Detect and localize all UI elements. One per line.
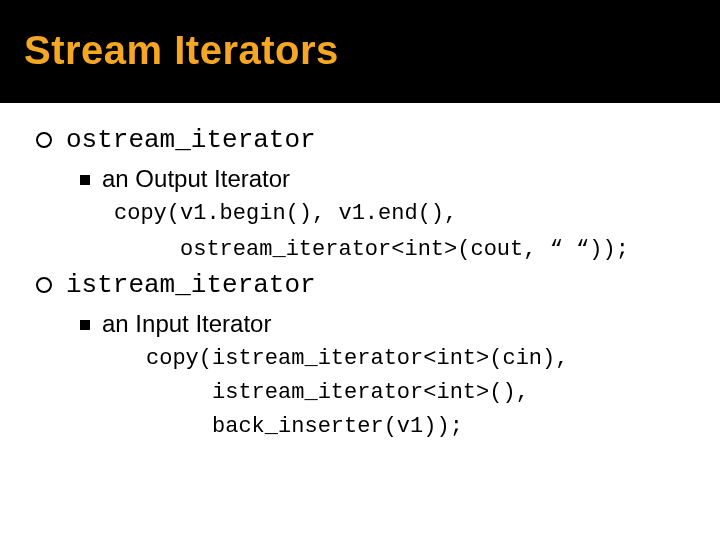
item-heading: istream_iterator	[66, 270, 316, 300]
code-line: ostream_iterator<int>(cout, “ “));	[114, 235, 700, 265]
title-band: Stream Iterators	[0, 0, 720, 103]
slide: Stream Iterators ostream_iterator an Out…	[0, 0, 720, 540]
item-heading: ostream_iterator	[66, 125, 316, 155]
circle-bullet-icon	[36, 277, 52, 293]
code-line: istream_iterator<int>(),	[146, 378, 700, 408]
square-bullet-icon	[80, 320, 90, 330]
code-line: copy(v1.begin(), v1.end(),	[114, 199, 700, 229]
slide-title: Stream Iterators	[24, 28, 696, 73]
list-item: istream_iterator	[36, 270, 700, 300]
list-item: ostream_iterator	[36, 125, 700, 155]
list-subitem: an Output Iterator	[80, 165, 700, 193]
list-subitem: an Input Iterator	[80, 310, 700, 338]
subitem-text: an Output Iterator	[102, 165, 290, 193]
circle-bullet-icon	[36, 132, 52, 148]
subitem-text: an Input Iterator	[102, 310, 271, 338]
slide-body: ostream_iterator an Output Iterator copy…	[0, 103, 720, 441]
code-line: back_inserter(v1));	[146, 412, 700, 442]
square-bullet-icon	[80, 175, 90, 185]
code-line: copy(istream_iterator<int>(cin),	[146, 344, 700, 374]
